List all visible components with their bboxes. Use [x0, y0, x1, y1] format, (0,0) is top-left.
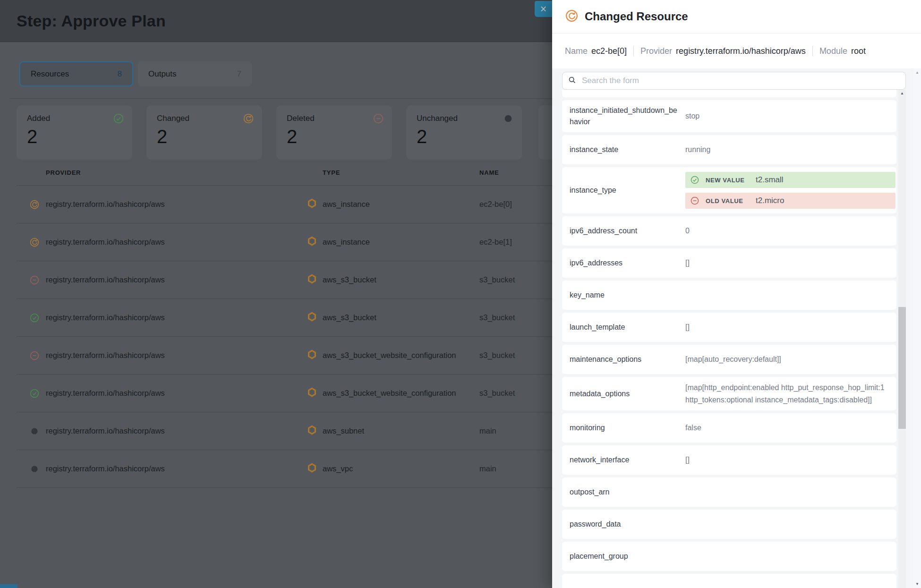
cell-provider: registry.terraform.io/hashicorp/aws	[46, 464, 307, 473]
search-input[interactable]	[581, 76, 900, 86]
form-row-partial	[562, 90, 896, 97]
attribute-name: placement_group	[570, 551, 685, 562]
scroll-down-icon[interactable]: ▼	[913, 582, 921, 586]
aws-icon	[307, 387, 323, 399]
drawer-title: Changed Resource	[585, 10, 688, 23]
cell-provider: registry.terraform.io/hashicorp/aws	[46, 238, 307, 247]
unchanged-icon	[30, 426, 39, 436]
attribute-value: false	[685, 422, 896, 434]
new-value-label: NEW VALUE	[706, 177, 749, 184]
cell-type: aws_s3_bucket	[323, 275, 479, 284]
cell-provider: registry.terraform.io/hashicorp/aws	[46, 389, 307, 398]
minus-circle-icon	[691, 196, 699, 205]
card-label: Changed	[157, 114, 253, 123]
form-row-monitoring: monitoringfalse	[562, 413, 896, 443]
table-row[interactable]: registry.terraform.io/hashicorp/awsaws_i…	[17, 186, 574, 223]
drawer-body: instance_initiated_shutdown_behaviorstop…	[552, 68, 921, 588]
col-header-provider: PROVIDER	[46, 169, 307, 176]
summary-card-unchanged: Unchanged2	[406, 105, 522, 160]
form-row-placement_group: placement_group	[562, 542, 896, 571]
card-count: 2	[157, 127, 253, 146]
outer-scrollbar[interactable]: ▲ ▼	[913, 68, 921, 588]
close-icon[interactable]: ×	[535, 1, 552, 17]
added-icon	[113, 113, 124, 126]
attribute-name: ipv6_addresses	[570, 257, 685, 269]
cell-type: aws_instance	[323, 200, 479, 209]
cell-type: aws_vpc	[323, 464, 479, 473]
table-row[interactable]: registry.terraform.io/hashicorp/awsaws_s…	[17, 261, 574, 299]
deleted-icon	[30, 351, 39, 360]
meta-value: registry.terraform.io/hashicorp/aws	[676, 46, 806, 56]
col-header-type: TYPE	[323, 169, 479, 176]
tab-outputs[interactable]: Outputs7	[138, 61, 252, 86]
attribute-name: monitoring	[570, 422, 685, 434]
form-row-partial	[562, 574, 896, 588]
cell-provider: registry.terraform.io/hashicorp/aws	[46, 200, 307, 209]
cell-provider: registry.terraform.io/hashicorp/aws	[46, 313, 307, 322]
attribute-value: 0	[685, 225, 896, 237]
inner-scrollbar[interactable]: ▲	[898, 90, 906, 588]
scroll-up-icon[interactable]: ▲	[898, 90, 906, 97]
attribute-value: [map[http_endpoint:enabled http_put_resp…	[685, 382, 896, 406]
attribute-value: [map[auto_recovery:default]]	[685, 353, 896, 366]
search-icon	[568, 76, 576, 86]
aws-icon	[307, 236, 323, 248]
unchanged-icon	[503, 113, 513, 126]
form-row-maintenance_options: maintenance_options[map[auto_recovery:de…	[562, 345, 896, 374]
aws-icon	[307, 349, 323, 361]
attribute-name: outpost_arn	[570, 486, 685, 498]
aws-icon	[307, 425, 323, 437]
table-row[interactable]: registry.terraform.io/hashicorp/awsaws_s…	[17, 375, 574, 412]
summary-card-deleted: Deleted2	[276, 105, 392, 160]
new-value-band: NEW VALUEt2.small	[685, 172, 895, 188]
cell-provider: registry.terraform.io/hashicorp/aws	[46, 275, 307, 284]
added-icon	[30, 389, 39, 398]
scroll-up-icon[interactable]: ▲	[913, 70, 921, 75]
added-icon	[30, 313, 39, 323]
changed-resource-drawer: Changed Resource Nameec2-be[0]Providerre…	[552, 0, 921, 588]
table-header-row: PROVIDER TYPE NAME	[17, 160, 574, 186]
attribute-name: key_name	[570, 290, 685, 301]
form-row-instance_state: instance_staterunning	[562, 135, 896, 164]
scrollbar-thumb[interactable]	[898, 307, 906, 429]
tab-bar: Resources8Outputs7	[19, 61, 252, 86]
tab-label: Outputs	[148, 69, 177, 79]
meta-value: ec2-be[0]	[591, 46, 627, 56]
card-count: 2	[287, 127, 383, 146]
meta-label: Module	[819, 46, 847, 56]
value-diff: NEW VALUEt2.smallOLD VALUEt2.micro	[685, 172, 896, 209]
cell-type: aws_subnet	[323, 426, 479, 435]
attribute-value: []	[685, 454, 896, 466]
table-row[interactable]: registry.terraform.io/hashicorp/awsaws_s…	[17, 412, 574, 450]
table-row[interactable]: registry.terraform.io/hashicorp/awsaws_s…	[17, 337, 574, 375]
form-row-ipv6_addresses: ipv6_addresses[]	[562, 248, 896, 278]
tab-count: 7	[237, 69, 241, 79]
attribute-name: ipv6_address_count	[570, 225, 685, 237]
changed-status-icon	[565, 9, 578, 24]
meta-separator	[633, 46, 634, 56]
table-row[interactable]: registry.terraform.io/hashicorp/awsaws_i…	[17, 223, 574, 261]
form-search	[562, 72, 906, 90]
deleted-icon	[30, 275, 39, 285]
old-value-label: OLD VALUE	[706, 197, 749, 205]
attribute-name: instance_type	[570, 185, 685, 196]
form-row-network_interface: network_interface[]	[562, 445, 896, 475]
resource-meta: Nameec2-be[0]Providerregistry.terraform.…	[552, 34, 921, 68]
attribute-name: network_interface	[570, 454, 685, 466]
attribute-value: running	[685, 144, 896, 156]
table-row[interactable]: registry.terraform.io/hashicorp/awsaws_s…	[17, 299, 574, 337]
attribute-value: []	[685, 257, 896, 269]
old-value: t2.micro	[756, 196, 784, 205]
form-row-ipv6_address_count: ipv6_address_count0	[562, 216, 896, 246]
meta-label: Provider	[640, 46, 672, 56]
attribute-name: metadata_options	[570, 388, 685, 400]
summary-card-added: Added2	[17, 105, 132, 160]
aws-icon	[307, 198, 323, 210]
table-row[interactable]: registry.terraform.io/hashicorp/awsaws_v…	[17, 450, 574, 488]
aws-icon	[307, 274, 323, 286]
cell-type: aws_instance	[323, 238, 479, 247]
cell-type: aws_s3_bucket	[323, 313, 479, 322]
attribute-name: instance_state	[570, 144, 685, 155]
bottom-left-widget-partial	[0, 584, 17, 588]
tab-resources[interactable]: Resources8	[19, 61, 133, 86]
